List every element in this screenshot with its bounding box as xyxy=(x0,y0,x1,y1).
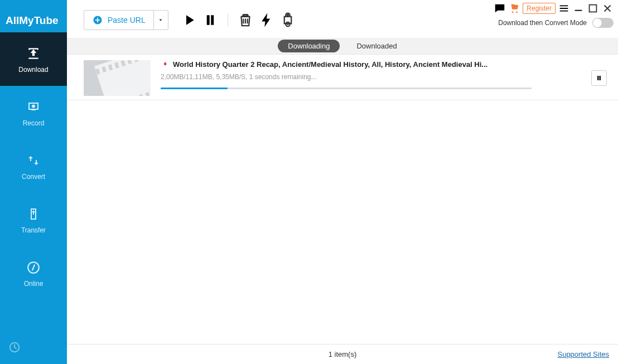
separator xyxy=(228,13,228,27)
paste-url-button[interactable]: Paste URL xyxy=(84,11,153,30)
status-count: 1 item(s) xyxy=(67,350,618,358)
feedback-icon[interactable] xyxy=(494,2,506,14)
site-icon xyxy=(161,61,168,69)
download-progress-bar xyxy=(161,88,532,89)
nav-item-label: Online xyxy=(24,280,44,288)
maximize-button[interactable] xyxy=(587,2,599,14)
sub-header: Download then Convert Mode xyxy=(498,18,614,28)
cart-icon[interactable] xyxy=(508,2,520,14)
register-button[interactable]: Register xyxy=(523,3,556,14)
close-button[interactable] xyxy=(601,2,614,14)
svg-point-5 xyxy=(287,23,288,25)
start-all-button[interactable] xyxy=(181,12,197,28)
sidebar: AllMyTube Download Record Convert Transf… xyxy=(0,0,67,364)
paste-url-dropdown[interactable] xyxy=(153,11,168,30)
app-logo: AllMyTube xyxy=(0,0,67,32)
transfer-icon xyxy=(23,206,44,222)
nav-item-label: Convert xyxy=(22,173,45,181)
privacy-button[interactable] xyxy=(279,12,296,28)
download-body: World History Quarter 2 Recap, Ancient/M… xyxy=(151,60,591,89)
tabs-bar: Downloading Downloaded xyxy=(67,38,618,55)
nav: Download Record Convert Transfer Online xyxy=(0,32,67,300)
tab-downloaded[interactable]: Downloaded xyxy=(346,40,407,52)
download-title: World History Quarter 2 Recap, Ancient/M… xyxy=(173,60,487,69)
main-area: Register Download then Convert Mode Past… xyxy=(67,0,618,364)
paste-url-label: Paste URL xyxy=(108,16,146,25)
download-title-row: World History Quarter 2 Recap, Ancient/M… xyxy=(161,60,580,69)
convert-icon xyxy=(23,153,44,168)
download-progress-fill xyxy=(161,88,228,89)
nav-item-online[interactable]: Online xyxy=(0,246,67,300)
record-icon xyxy=(23,99,44,115)
menu-icon[interactable] xyxy=(558,2,570,14)
titlebar: Register xyxy=(494,2,614,14)
nav-item-label: Record xyxy=(23,119,45,127)
download-progress-text: 2,00MB/11,11MB, 5,35MB/S, 1 seconds rema… xyxy=(161,73,580,81)
convert-mode-label: Download then Convert Mode xyxy=(498,19,587,27)
download-item[interactable]: World History Quarter 2 Recap, Ancient/M… xyxy=(67,55,618,100)
pause-all-button[interactable] xyxy=(202,12,219,28)
paste-url-button-group: Paste URL xyxy=(84,10,168,30)
minimize-button[interactable] xyxy=(572,2,585,14)
status-bar: 1 item(s) Supported Sites xyxy=(67,344,618,364)
download-pause-button[interactable] xyxy=(591,70,607,86)
scheduler-button[interactable] xyxy=(3,336,26,358)
nav-item-transfer[interactable]: Transfer xyxy=(0,193,67,246)
convert-mode-toggle[interactable] xyxy=(592,18,614,28)
nav-item-download[interactable]: Download xyxy=(0,32,67,86)
nav-item-convert[interactable]: Convert xyxy=(0,139,67,193)
download-icon xyxy=(23,46,44,61)
tab-downloading[interactable]: Downloading xyxy=(278,40,340,52)
turbo-button[interactable] xyxy=(258,12,275,28)
download-thumbnail xyxy=(84,60,151,96)
download-list: World History Quarter 2 Recap, Ancient/M… xyxy=(67,55,618,344)
nav-item-label: Transfer xyxy=(21,226,46,234)
online-icon xyxy=(23,260,44,275)
delete-button[interactable] xyxy=(237,12,254,28)
nav-item-record[interactable]: Record xyxy=(0,86,67,139)
svg-rect-2 xyxy=(590,5,597,12)
nav-item-label: Download xyxy=(18,66,48,74)
plus-circle-icon xyxy=(92,14,103,26)
